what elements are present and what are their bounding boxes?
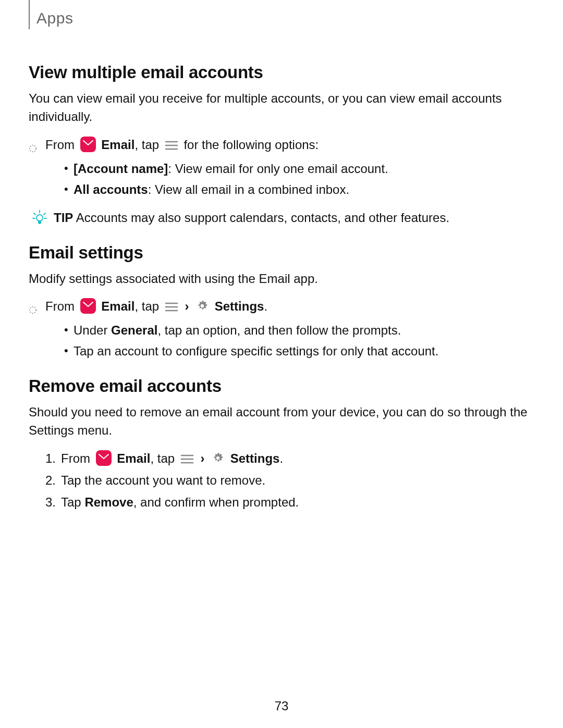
email-app-icon	[80, 137, 96, 152]
bullet-rest: : View all email in a combined inbox.	[148, 182, 349, 196]
email-app-icon	[80, 298, 96, 314]
ring-marker-icon	[29, 139, 37, 147]
svg-line-7	[44, 213, 45, 215]
step-app-name: Email	[117, 451, 150, 465]
ring-marker-icon	[29, 301, 37, 309]
step-text: Tap the account you want to remove.	[61, 473, 265, 487]
svg-point-10	[30, 307, 36, 313]
email-app-icon	[96, 450, 112, 466]
page-number: 73	[0, 699, 563, 713]
list-item: Tap an account to configure specific set…	[64, 342, 534, 361]
step-end: .	[279, 451, 283, 465]
breadcrumb: Apps	[36, 9, 73, 27]
hamburger-menu-icon	[165, 299, 178, 311]
step-pre: Tap	[61, 495, 84, 509]
hamburger-menu-icon	[180, 451, 194, 463]
instr-settings: Settings	[215, 299, 264, 313]
section-title-view-multiple: View multiple email accounts	[29, 63, 534, 82]
instr-app-name: Email	[101, 138, 134, 152]
section-title-remove-accounts: Remove email accounts	[29, 376, 534, 396]
instr-text: for the following options:	[183, 138, 319, 152]
step-item: Tap Remove, and confirm when prompted.	[45, 493, 534, 512]
section-intro: You can view email you receive for multi…	[29, 90, 534, 126]
tip-label: TIP	[54, 211, 73, 225]
page-content: View multiple email accounts You can vie…	[29, 0, 534, 512]
instr-text: , tap	[134, 138, 162, 152]
list-item: [Account name]: View email for only one …	[64, 159, 534, 178]
step-item: Tap the account you want to remove.	[45, 471, 534, 490]
instr-end: .	[264, 299, 267, 313]
bullet-lead: [Account name]	[74, 162, 168, 176]
step-settings: Settings	[230, 451, 280, 465]
instr-app-name: Email	[101, 299, 134, 313]
lightbulb-icon	[32, 209, 47, 225]
bullet-rest: : View email for only one email account.	[168, 162, 388, 176]
tip-text: TIP Accounts may also support calendars,…	[54, 208, 449, 227]
document-page: Apps View multiple email accounts You ca…	[0, 0, 563, 728]
bullet-list: [Account name]: View email for only one …	[29, 159, 534, 199]
bullet-pre: Under	[74, 323, 111, 337]
bullet-list: Under General, tap an option, and then f…	[29, 321, 534, 361]
svg-point-0	[30, 145, 36, 151]
header-rule	[29, 0, 30, 29]
section-title-email-settings: Email settings	[29, 243, 534, 263]
bullet-post: , tap an option, and then follow the pro…	[157, 323, 401, 337]
hamburger-menu-icon	[165, 138, 178, 149]
bullet-post: Tap an account to configure specific set…	[74, 344, 438, 358]
instruction-row: From Email, tap › Settings.	[29, 297, 534, 316]
step-bold: Remove	[84, 495, 133, 509]
list-item: All accounts: View all email in a combin…	[64, 180, 534, 199]
svg-point-4	[36, 215, 43, 221]
svg-line-6	[34, 213, 35, 215]
svg-point-18	[216, 456, 219, 460]
tip-callout: TIP Accounts may also support calendars,…	[32, 208, 534, 227]
gear-icon	[195, 299, 209, 311]
instr-text: From	[45, 138, 78, 152]
step-post: , and confirm when prompted.	[133, 495, 299, 509]
step-item: From Email, tap › Settings.	[45, 449, 534, 468]
chevron-right-icon: ›	[200, 449, 204, 468]
section-intro: Modify settings associated with using th…	[29, 270, 534, 288]
instr-text: , tap	[134, 299, 162, 313]
step-pre: From	[61, 451, 94, 465]
instr-text: From	[45, 299, 78, 313]
chevron-right-icon: ›	[185, 297, 189, 316]
bullet-bold: General	[111, 323, 157, 337]
numbered-steps: From Email, tap › Settings. Tap the acco…	[29, 449, 534, 512]
list-item: Under General, tap an option, and then f…	[64, 321, 534, 340]
bullet-lead: All accounts	[74, 182, 148, 196]
step-mid: , tap	[150, 451, 178, 465]
instruction-row: From Email, tap for the following option…	[29, 135, 534, 154]
svg-point-14	[201, 304, 204, 307]
gear-icon	[211, 451, 225, 463]
tip-body: Accounts may also support calendars, con…	[76, 211, 449, 225]
section-intro: Should you need to remove an email accou…	[29, 403, 534, 440]
